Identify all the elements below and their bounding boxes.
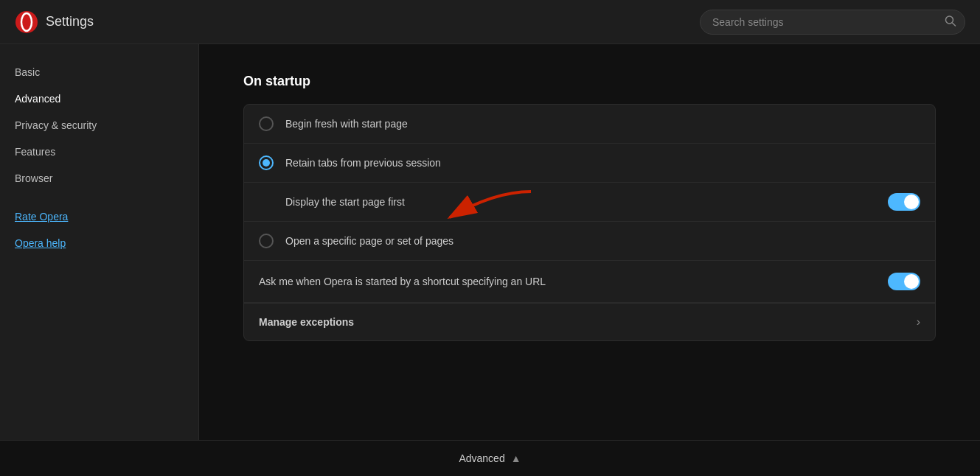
svg-point-0 bbox=[15, 11, 38, 33]
chevron-up-icon: ▲ bbox=[511, 452, 521, 464]
option-open-specific-label: Open a specific page or set of pages bbox=[285, 235, 453, 247]
advanced-bottom-button[interactable]: Advanced ▲ bbox=[459, 452, 521, 464]
svg-line-4 bbox=[953, 23, 956, 26]
option-retain-tabs-row[interactable]: Retain tabs from previous session bbox=[244, 144, 935, 183]
sidebar-link-opera-help[interactable]: Opera help bbox=[0, 230, 198, 256]
radio-begin-fresh[interactable] bbox=[259, 116, 274, 131]
startup-options-card: Begin fresh with start page Retain tabs … bbox=[243, 104, 936, 341]
manage-exceptions-row[interactable]: Manage exceptions › bbox=[244, 304, 935, 340]
search-input[interactable] bbox=[700, 10, 965, 35]
content-area: On startup Begin fresh with start page R… bbox=[199, 44, 980, 440]
ask-label: Ask me when Opera is started by a shortc… bbox=[259, 276, 546, 287]
advanced-bottom-label: Advanced bbox=[459, 452, 504, 464]
ask-shortcut-row: Ask me when Opera is started by a shortc… bbox=[244, 261, 935, 303]
option-retain-tabs-label: Retain tabs from previous session bbox=[285, 157, 441, 169]
radio-retain-tabs[interactable] bbox=[259, 155, 274, 170]
opera-logo-icon bbox=[15, 10, 38, 34]
display-start-page-toggle[interactable] bbox=[888, 193, 920, 211]
sub-option-display-start-page: Display the start page first bbox=[244, 183, 935, 222]
search-area bbox=[700, 10, 965, 35]
sub-option-label: Display the start page first bbox=[285, 196, 405, 208]
sidebar-item-basic[interactable]: Basic bbox=[0, 59, 198, 85]
sidebar-link-rate-opera[interactable]: Rate Opera bbox=[0, 203, 198, 230]
app-title: Settings bbox=[46, 14, 94, 29]
main-layout: Basic Advanced Privacy & security Featur… bbox=[0, 44, 980, 440]
app-header: Settings bbox=[0, 0, 980, 44]
option-begin-fresh-row[interactable]: Begin fresh with start page bbox=[244, 105, 935, 144]
sidebar-item-advanced[interactable]: Advanced bbox=[0, 85, 198, 112]
logo-area: Settings bbox=[15, 10, 94, 34]
chevron-right-icon: › bbox=[917, 315, 920, 329]
sidebar-item-features[interactable]: Features bbox=[0, 139, 198, 165]
ask-shortcut-toggle[interactable] bbox=[888, 273, 920, 290]
section-title: On startup bbox=[243, 74, 936, 89]
sidebar: Basic Advanced Privacy & security Featur… bbox=[0, 44, 199, 440]
manage-exceptions-label: Manage exceptions bbox=[259, 316, 354, 328]
option-open-specific-row[interactable]: Open a specific page or set of pages bbox=[244, 222, 935, 261]
radio-open-specific[interactable] bbox=[259, 234, 274, 248]
option-begin-fresh-label: Begin fresh with start page bbox=[285, 118, 408, 130]
sidebar-item-privacy-security[interactable]: Privacy & security bbox=[0, 112, 198, 139]
search-icon bbox=[945, 15, 956, 29]
sidebar-item-browser[interactable]: Browser bbox=[0, 165, 198, 192]
bottom-bar: Advanced ▲ bbox=[0, 440, 980, 476]
